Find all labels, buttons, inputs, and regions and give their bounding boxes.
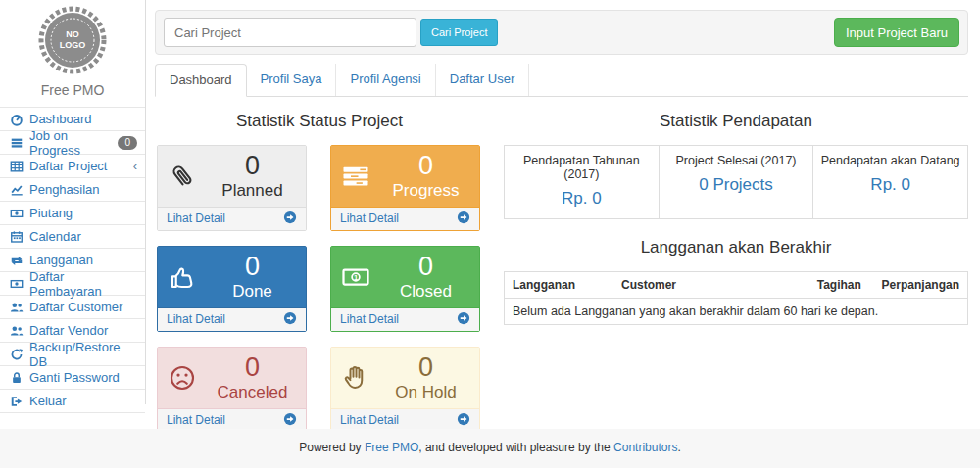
main-area: Cari Project Input Project Baru Dashboar…	[147, 0, 980, 433]
sidebar-item-penghasilan[interactable]: Penghasilan	[0, 178, 145, 202]
progress-lihat-detail[interactable]: Lihat Detail	[331, 207, 479, 230]
stat-project-selesai: Project Selesai (2017) 0 Projects	[660, 146, 814, 218]
sidebar-item-daftar-project[interactable]: Daftar Project ‹	[0, 155, 145, 178]
closed-count: 0	[380, 253, 471, 282]
users-icon	[10, 301, 24, 314]
lock-icon	[10, 371, 24, 385]
status-card-canceled: 0 Canceled Lihat Detail	[157, 347, 307, 433]
sidebar-item-ganti-password[interactable]: Ganti Password	[0, 366, 145, 390]
no-logo-seal: NO LOGO	[37, 6, 108, 74]
status-section: Statistik Status Project 0 Planned	[157, 97, 482, 433]
sidebar-item-keluar[interactable]: Keluar	[0, 390, 145, 413]
free-pmo-dashboard: NO LOGO Free PMO Dashboard Job on Progre…	[0, 0, 980, 468]
income-stats-table: Pendapatan Tahunan (2017) Rp. 0 Project …	[504, 145, 968, 219]
dashboard-icon	[10, 113, 24, 126]
tab-profil-agensi[interactable]: Profil Agensi	[336, 64, 435, 96]
thumbs-up-icon	[168, 261, 207, 293]
col-perpanjangan: Perpanjangan	[874, 271, 968, 298]
search-input[interactable]	[164, 18, 416, 47]
footer-text: Powered by Free PMO, and developed with …	[299, 441, 681, 454]
retweet-icon	[10, 254, 24, 267]
arrow-circle-right-icon[interactable]	[457, 211, 470, 227]
refresh-icon	[10, 348, 24, 361]
users-icon	[10, 324, 24, 338]
logo-area: NO LOGO Free PMO	[0, 0, 145, 98]
progress-count: 0	[380, 152, 471, 181]
sidebar-item-piutang[interactable]: Piutang	[0, 202, 145, 225]
income-section-title: Statistik Pendapatan	[504, 112, 968, 131]
canceled-lihat-detail[interactable]: Lihat Detail	[158, 408, 306, 432]
subscription-table: Langganan Customer Tagihan Perpanjangan …	[504, 271, 968, 325]
arrow-circle-right-icon[interactable]	[457, 311, 470, 328]
sidebar-item-label: Dashboard	[29, 112, 92, 126]
status-card-done: 0 Done Lihat Detail	[157, 246, 307, 332]
empty-message: Belum ada Langganan yang akan berakhir d…	[505, 298, 968, 324]
sign-out-icon	[10, 395, 24, 408]
stat-pendapatan-akan-datang: Pendapatan akan Datang Rp. 0	[813, 146, 967, 218]
done-lihat-detail[interactable]: Lihat Detail	[158, 307, 306, 331]
sidebar-item-label: Daftar Pembayaran	[29, 269, 137, 299]
svg-text:LOGO: LOGO	[60, 40, 86, 50]
sidebar-menu: Dashboard Job on Progress 0 Daftar Proje…	[0, 107, 145, 413]
planned-label: Planned	[207, 181, 298, 201]
table-row: Belum ada Langganan yang akan berakhir d…	[505, 298, 968, 324]
line-chart-icon	[10, 183, 24, 197]
sidebar-item-label: Daftar Customer	[29, 300, 122, 314]
table-icon	[10, 160, 24, 173]
sidebar: NO LOGO Free PMO Dashboard Job on Progre…	[0, 0, 146, 404]
planned-lihat-detail[interactable]: Lihat Detail	[158, 207, 306, 230]
sidebar-item-backup-restore[interactable]: Backup/Restore DB	[0, 343, 145, 366]
closed-label: Closed	[380, 282, 471, 302]
arrow-circle-right-icon[interactable]	[283, 311, 297, 328]
svg-text:1: 1	[354, 272, 358, 281]
money-icon	[10, 207, 24, 220]
status-card-progress: 0 Progress Lihat Detail	[330, 145, 480, 231]
status-cards: 0 Planned Lihat Detail	[157, 145, 482, 433]
sidebar-item-label: Langganan	[29, 253, 93, 267]
sidebar-item-daftar-pembayaran[interactable]: Daftar Pembayaran	[0, 272, 145, 296]
sidebar-item-label: Job on Progress	[29, 128, 112, 158]
status-card-closed: 1 0 Closed Lihat Detail	[330, 246, 480, 332]
tab-profil-saya[interactable]: Profil Saya	[247, 64, 337, 96]
sidebar-item-job-on-progress[interactable]: Job on Progress 0	[0, 131, 145, 155]
canceled-count: 0	[207, 353, 298, 383]
sidebar-item-label: Penghasilan	[29, 182, 100, 197]
arrow-circle-right-icon[interactable]	[283, 211, 297, 227]
sidebar-item-label: Calendar	[29, 229, 81, 244]
progress-label: Progress	[380, 181, 471, 201]
sidebar-item-calendar[interactable]: Calendar	[0, 225, 145, 249]
calendar-icon	[10, 230, 24, 244]
status-card-planned: 0 Planned Lihat Detail	[157, 145, 307, 231]
stat-pendapatan-tahunan: Pendapatan Tahunan (2017) Rp. 0	[505, 146, 660, 218]
done-label: Done	[207, 282, 298, 302]
page-footer: Powered by Free PMO, and developed with …	[0, 429, 980, 468]
col-tagihan: Tagihan	[809, 271, 874, 298]
tab-daftar-user[interactable]: Daftar User	[436, 64, 529, 96]
tasks-icon	[10, 136, 24, 150]
frown-icon	[168, 362, 207, 394]
arrow-circle-right-icon[interactable]	[283, 412, 297, 429]
onhold-lihat-detail[interactable]: Lihat Detail	[331, 408, 479, 432]
sidebar-item-label: Piutang	[29, 206, 73, 220]
paperclip-icon	[168, 161, 207, 192]
search-button[interactable]: Cari Project	[420, 19, 498, 46]
tab-dashboard[interactable]: Dashboard	[155, 64, 247, 97]
col-langganan: Langganan	[505, 271, 613, 298]
svg-text:NO: NO	[66, 29, 79, 39]
status-section-title: Statistik Status Project	[157, 112, 482, 131]
search-bar: Cari Project Input Project Baru	[155, 10, 968, 55]
contributors-link[interactable]: Contributors	[613, 441, 677, 454]
money-icon: 1	[341, 261, 380, 293]
free-pmo-link[interactable]: Free PMO	[365, 441, 418, 454]
sidebar-item-daftar-customer[interactable]: Daftar Customer	[0, 296, 145, 319]
hand-stop-icon	[341, 362, 380, 394]
closed-lihat-detail[interactable]: Lihat Detail	[331, 307, 479, 331]
chevron-left-icon: ‹	[133, 160, 137, 172]
done-count: 0	[207, 253, 298, 282]
income-section: Statistik Pendapatan Pendapatan Tahunan …	[504, 97, 968, 433]
sidebar-item-label: Backup/Restore DB	[29, 340, 137, 369]
money-icon	[10, 277, 24, 291]
input-project-baru-button[interactable]: Input Project Baru	[834, 18, 959, 47]
job-count-badge: 0	[118, 136, 137, 150]
arrow-circle-right-icon[interactable]	[457, 412, 470, 429]
